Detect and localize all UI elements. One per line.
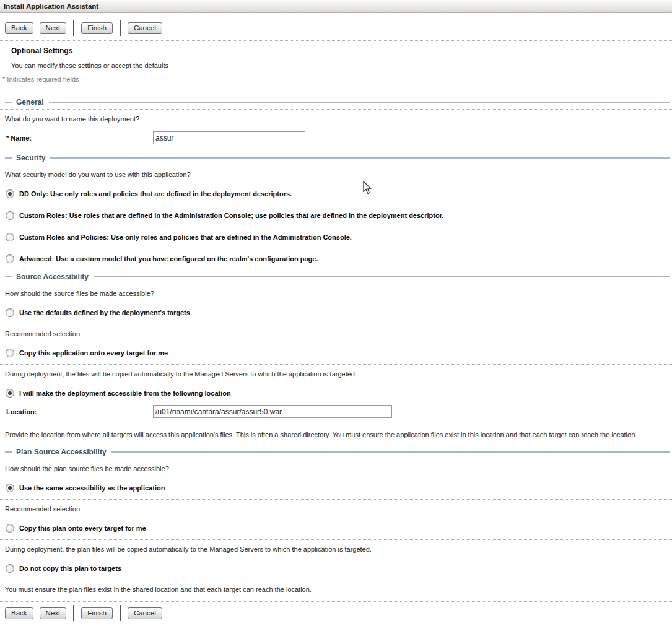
section-rule [111, 451, 670, 453]
section-rule [5, 157, 12, 159]
back-button[interactable]: Back [5, 22, 33, 34]
radio-label-do-not-copy-plan: Do not copy this plan to targets [19, 565, 121, 572]
section-rule [50, 157, 670, 159]
section-plan-source-header: Plan Source Accessibility [5, 448, 670, 456]
dotted-divider [0, 539, 672, 540]
radio-row-accessible-location[interactable]: I will make the deployment accessible fr… [6, 389, 672, 398]
source-note-recommended: Recommended selection. [5, 330, 672, 337]
radio-dd-only[interactable] [6, 189, 14, 198]
section-general-header: General [5, 98, 670, 107]
toolbar-separator [73, 605, 74, 621]
radio-label-use-defaults: Use the defaults defined by the deployme… [19, 309, 190, 316]
page-title: Install Application Assistant [0, 0, 672, 13]
dotted-divider [0, 109, 672, 110]
finish-button[interactable]: Finish [81, 607, 113, 619]
radio-use-defaults[interactable] [6, 308, 14, 317]
radio-label-copy-application: Copy this application onto every target … [19, 349, 168, 357]
radio-label-copy-plan: Copy this plan onto every target for me [19, 524, 146, 532]
source-question: How should the source files be made acce… [5, 290, 672, 297]
section-rule [5, 102, 12, 103]
required-fields-note: * Indicates required fields [2, 76, 672, 83]
back-button[interactable]: Back [5, 607, 33, 619]
source-note-location: Provide the location from where all targ… [5, 431, 672, 438]
general-question: What do you want to name this deployment… [5, 115, 672, 123]
dotted-divider [0, 459, 672, 459]
radio-row-same-accessibility[interactable]: Use the same accessibility as the applic… [6, 484, 672, 492]
next-button[interactable]: Next [40, 607, 67, 619]
radio-label-dd-only: DD Only: Use only roles and policies tha… [19, 190, 292, 198]
page-heading: Optional Settings [11, 46, 672, 55]
section-source-accessibility-header: Source Accessibility [5, 272, 670, 281]
finish-button[interactable]: Finish [81, 22, 113, 34]
dotted-divider [0, 499, 672, 500]
radio-custom-roles[interactable] [6, 211, 14, 220]
radio-do-not-copy-plan[interactable] [6, 564, 14, 573]
section-security-header: Security [5, 154, 670, 162]
name-field-row: * Name: [6, 131, 672, 144]
security-question: What security model do you want to use w… [5, 171, 672, 178]
radio-row-copy-plan[interactable]: Copy this plan onto every target for me [6, 524, 672, 533]
toolbar-separator [73, 20, 74, 36]
section-rule [49, 102, 670, 103]
section-plan-source-title: Plan Source Accessibility [16, 448, 107, 456]
section-general-title: General [16, 98, 44, 107]
location-field-row: Location: [6, 405, 672, 418]
radio-advanced[interactable] [6, 254, 14, 263]
radio-label-accessible-location: I will make the deployment accessible fr… [19, 389, 231, 397]
section-security-title: Security [16, 154, 45, 162]
page-subheading: You can modify these settings or accept … [11, 62, 672, 69]
location-input[interactable] [153, 405, 392, 418]
location-field-label: Location: [6, 408, 153, 415]
radio-accessible-location[interactable] [6, 389, 14, 398]
radio-row-custom-roles-policies[interactable]: Custom Roles and Policies: Use only role… [6, 233, 672, 241]
radio-same-accessibility[interactable] [6, 484, 14, 492]
radio-row-do-not-copy-plan[interactable]: Do not copy this plan to targets [6, 564, 672, 573]
plan-question: How should the plan source files be made… [5, 465, 672, 472]
name-input[interactable] [153, 131, 305, 144]
dotted-divider [0, 324, 672, 324]
cancel-button[interactable]: Cancel [128, 607, 162, 619]
radio-row-copy-application[interactable]: Copy this application onto every target … [6, 349, 672, 357]
radio-custom-roles-policies[interactable] [6, 233, 14, 241]
radio-label-custom-roles: Custom Roles: Use roles that are defined… [19, 212, 443, 219]
source-note-copy: During deployment, the files will be cop… [5, 370, 672, 378]
radio-copy-plan[interactable] [6, 524, 14, 533]
section-rule [5, 451, 12, 453]
plan-note-recommended: Recommended selection. [5, 505, 672, 513]
radio-row-dd-only[interactable]: DD Only: Use only roles and policies tha… [6, 189, 672, 198]
toolbar-separator [120, 20, 121, 36]
bottom-toolbar: Back Next Finish Cancel [5, 606, 672, 620]
radio-label-same-accessibility: Use the same accessibility as the applic… [19, 484, 165, 492]
section-rule [94, 276, 670, 277]
radio-label-custom-roles-policies: Custom Roles and Policies: Use only role… [19, 233, 352, 241]
cancel-button[interactable]: Cancel [128, 22, 162, 34]
section-source-accessibility-title: Source Accessibility [16, 272, 89, 281]
dotted-divider [0, 284, 672, 284]
radio-row-use-defaults[interactable]: Use the defaults defined by the deployme… [6, 308, 672, 317]
section-rule [5, 276, 12, 277]
radio-row-custom-roles[interactable]: Custom Roles: Use roles that are defined… [6, 211, 672, 220]
radio-copy-application[interactable] [6, 349, 14, 357]
top-toolbar: Back Next Finish Cancel [5, 20, 672, 35]
dotted-divider [0, 580, 672, 580]
radio-label-advanced: Advanced: Use a custom model that you ha… [19, 255, 318, 263]
dotted-divider [0, 425, 672, 425]
plan-note-copy: During deployment, the plan files will b… [5, 546, 672, 553]
next-button[interactable]: Next [40, 22, 67, 34]
toolbar-separator [120, 605, 121, 621]
radio-row-advanced[interactable]: Advanced: Use a custom model that you ha… [6, 254, 672, 263]
dotted-divider [0, 165, 672, 165]
plan-note-shared-location: You must ensure the plan files exist in … [5, 586, 672, 593]
dotted-divider [0, 40, 672, 41]
name-field-label: * Name: [6, 134, 153, 142]
dotted-divider [0, 601, 672, 602]
dotted-divider [0, 364, 672, 365]
